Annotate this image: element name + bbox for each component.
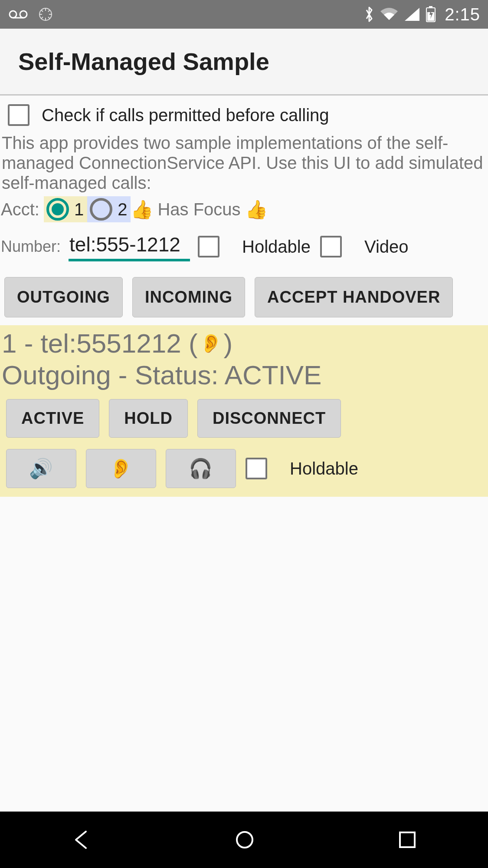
video-checkbox-row[interactable]: Video: [320, 236, 409, 257]
holdable-label: Holdable: [242, 237, 311, 257]
svg-rect-16: [400, 832, 415, 847]
speaker-icon: 🔊: [29, 458, 53, 479]
call-status-text: Outgoing - Status: ACTIVE: [2, 360, 486, 390]
call-state-row: ACTIVE HOLD DISCONNECT: [2, 390, 486, 441]
holdable-checkbox[interactable]: [198, 236, 219, 257]
call-id-text: 1 - tel:5551212 (: [2, 328, 198, 359]
check-permitted-row[interactable]: Check if calls permitted before calling: [0, 96, 488, 133]
speaker-button[interactable]: 🔊: [6, 449, 76, 488]
video-checkbox[interactable]: [320, 236, 342, 257]
svg-point-15: [237, 832, 252, 848]
recents-icon[interactable]: [397, 830, 417, 850]
number-input[interactable]: [69, 232, 190, 261]
svg-line-9: [48, 17, 50, 19]
voicemail-icon: [8, 9, 29, 20]
page-title: Self-Managed Sample: [18, 47, 269, 76]
accept-handover-button[interactable]: ACCEPT HANDOVER: [255, 277, 453, 317]
call-id-suffix: ): [224, 328, 233, 359]
audio-route-row: 🔊 👂 🎧 Holdable: [2, 441, 486, 488]
app-bar: Self-Managed Sample: [0, 29, 488, 96]
holdable-checkbox-row[interactable]: Holdable: [198, 236, 311, 257]
battery-charging-icon: [426, 6, 436, 23]
headphones-button[interactable]: 🎧: [166, 449, 236, 488]
thumbs-up-icon: 👍: [245, 199, 268, 220]
thumbs-up-icon: 👍: [131, 199, 153, 220]
call-holdable-row[interactable]: Holdable: [246, 458, 358, 479]
description-text: This app provides two sample implementat…: [0, 133, 488, 196]
headphones-icon: 🎧: [189, 458, 213, 479]
back-icon[interactable]: [71, 829, 92, 851]
focus-text: Has Focus: [157, 200, 240, 219]
account-radio-2-label: 2: [118, 200, 127, 219]
svg-line-10: [48, 10, 50, 12]
disconnect-button[interactable]: DISCONNECT: [197, 399, 341, 438]
bluetooth-icon: [364, 6, 374, 23]
status-clock: 2:15: [445, 5, 480, 24]
radio-unselected-icon: [90, 198, 112, 221]
earpiece-button[interactable]: 👂: [86, 449, 156, 488]
outgoing-button[interactable]: OUTGOING: [4, 277, 123, 317]
video-label: Video: [364, 237, 409, 257]
account-row: Acct: 1 2 👍 Has Focus 👍: [0, 196, 488, 227]
svg-rect-13: [429, 6, 432, 8]
account-radio-1-label: 1: [74, 200, 84, 219]
call-holdable-label: Holdable: [290, 459, 358, 479]
svg-line-8: [41, 10, 43, 12]
active-button[interactable]: ACTIVE: [6, 399, 99, 438]
content: Check if calls permitted before calling …: [0, 96, 488, 812]
account-radio-1[interactable]: 1: [44, 196, 87, 222]
call-info-line1: 1 - tel:5551212 ( 👂 ): [2, 328, 486, 359]
cell-signal-icon: [404, 7, 420, 22]
status-bar: 2:15: [0, 0, 488, 29]
call-holdable-checkbox[interactable]: [246, 458, 267, 479]
check-permitted-label: Check if calls permitted before calling: [42, 106, 329, 125]
ear-icon: 👂: [200, 333, 222, 354]
hold-button[interactable]: HOLD: [109, 399, 188, 438]
spinner-icon: [38, 7, 53, 22]
svg-point-1: [20, 11, 27, 18]
account-radio-2[interactable]: 2: [87, 196, 131, 222]
account-label: Acct:: [1, 200, 44, 219]
incoming-button[interactable]: INCOMING: [132, 277, 245, 317]
call-card: 1 - tel:5551212 ( 👂 ) Outgoing - Status:…: [0, 325, 488, 497]
radio-selected-icon: [46, 198, 69, 221]
check-permitted-checkbox[interactable]: [8, 104, 29, 126]
navigation-bar: [0, 812, 488, 868]
ear-icon: 👂: [109, 458, 133, 479]
number-label: Number:: [1, 238, 61, 256]
home-icon[interactable]: [234, 829, 255, 851]
wifi-icon: [380, 7, 399, 22]
svg-point-0: [10, 11, 16, 18]
focus-indicator: 👍 Has Focus 👍: [131, 199, 267, 220]
number-row: Number: Holdable Video: [0, 227, 488, 269]
call-action-row: OUTGOING INCOMING ACCEPT HANDOVER: [0, 269, 488, 325]
svg-line-11: [41, 17, 43, 19]
